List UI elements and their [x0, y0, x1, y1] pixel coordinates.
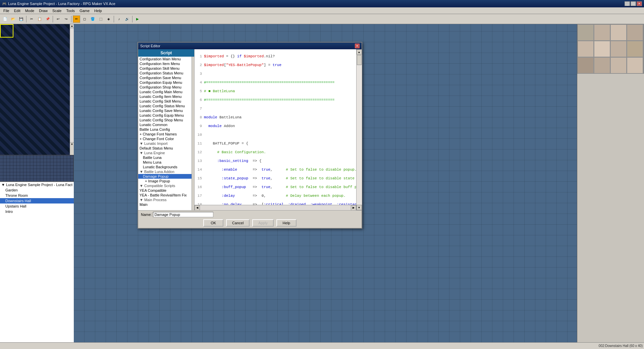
script-item-25-damage-popup[interactable]: Damage Popup	[138, 174, 192, 179]
toolbar-select[interactable]: ⬚	[97, 15, 104, 23]
toolbar-pencil[interactable]: ✏	[73, 15, 80, 23]
toolbar-play[interactable]: ▶	[134, 15, 141, 23]
script-item-6[interactable]: Configuration Shop Menu	[138, 85, 192, 90]
menu-file[interactable]: File	[1, 8, 11, 13]
script-item-27[interactable]: ▼ Compatible Scripts	[138, 183, 192, 188]
map-tree-expand-icon: ▼	[1, 183, 6, 187]
left-panel: ▲ ▼ ▼ Luna Engine Sample Project - Luna …	[0, 24, 74, 342]
script-item-10[interactable]: Lunatic Config Status Menu	[138, 104, 192, 108]
code-scroll-up[interactable]: ▲	[357, 49, 362, 55]
script-item-14[interactable]: Lunatic Common	[138, 122, 192, 127]
menu-scale[interactable]: Scale	[50, 8, 64, 13]
maximize-button[interactable]: □	[631, 1, 636, 6]
script-editor-titlebar: Script Editor ✕	[138, 43, 362, 49]
titlebar-left: 🎮 Luna Engine Sample Project - Luna Fact…	[2, 2, 115, 6]
toolbar-bucket[interactable]: 🪣	[89, 15, 96, 23]
toolbar-sep4	[114, 16, 114, 22]
script-item-29[interactable]: YEA - Battle Revival/Item Fix	[138, 193, 192, 197]
script-item-19[interactable]: Default Status Menu	[138, 146, 192, 151]
menu-edit[interactable]: Edit	[12, 8, 22, 13]
script-item-15[interactable]: Battle Luna Config	[138, 127, 192, 132]
script-item-8[interactable]: Lunatic Config Item Menu	[138, 94, 192, 99]
toolbar-sep3	[71, 16, 71, 22]
script-item-21[interactable]: Battle Luna	[138, 155, 192, 160]
script-item-2[interactable]: Configuration Skill Menu	[138, 66, 192, 71]
script-item-23[interactable]: Lunatic Backgrounds	[138, 165, 192, 169]
minimize-button[interactable]: _	[625, 1, 630, 6]
script-item-4[interactable]: Configuration Save Menu	[138, 75, 192, 80]
name-input[interactable]	[153, 212, 213, 217]
menu-mode[interactable]: Mode	[23, 8, 37, 13]
tile-scroll-down[interactable]: ▼	[70, 142, 74, 146]
code-scroll-left[interactable]: ◀	[195, 205, 200, 211]
script-editor-close-button[interactable]: ✕	[355, 44, 360, 48]
script-item-1[interactable]: Configuration Item Menu	[138, 61, 192, 66]
toolbar-sound[interactable]: 🔊	[123, 15, 131, 23]
titlebar-controls: _ □ ✕	[625, 1, 642, 6]
apply-button[interactable]: Apply	[252, 219, 274, 227]
script-item-9[interactable]: Lunatic Config Skill Menu	[138, 99, 192, 104]
statusbar: 002:Downstairs Hall (60 x 40)	[0, 342, 644, 349]
code-scroll-right[interactable]: ▶	[351, 205, 356, 211]
script-item-24[interactable]: ▼ Battle Luna Addon	[138, 169, 192, 174]
script-editor-body: Script Configuration Main Menu Configura…	[138, 49, 362, 210]
script-item-26[interactable]: + Image Popup	[138, 179, 192, 183]
name-row: Name:	[141, 212, 359, 217]
toolbar-eraser[interactable]: ◻	[81, 15, 88, 23]
script-list[interactable]: Configuration Main Menu Configuration It…	[138, 57, 192, 210]
tile-scroll-up[interactable]: ▲	[70, 24, 74, 28]
script-item-20[interactable]: ▼ Luna Engine	[138, 151, 192, 155]
toolbar-music[interactable]: ♪	[115, 15, 123, 23]
menu-help[interactable]: Help	[92, 8, 104, 13]
toolbar-save[interactable]: 💾	[17, 15, 25, 23]
menu-tools[interactable]: Tools	[64, 8, 77, 13]
dialog-buttons: OK Cancel Apply Help	[141, 219, 359, 227]
right-panel	[577, 24, 644, 342]
script-item-12[interactable]: Lunatic Config Equip Menu	[138, 113, 192, 118]
toolbar-sep5	[132, 16, 132, 22]
map-tree-item-throne[interactable]: Throne Room	[0, 193, 74, 198]
toolbar-undo[interactable]: ↩	[54, 15, 62, 23]
map-tree-item-downstairs[interactable]: Downstairs Hall	[0, 198, 74, 203]
code-editor[interactable]: 1$imported = {} if $imported.nil? 2$impo…	[195, 49, 356, 205]
close-button[interactable]: ✕	[637, 1, 642, 6]
code-vscroll[interactable]: ▲ ▼	[356, 49, 362, 210]
toolbar-redo[interactable]: ↪	[62, 15, 70, 23]
map-tree-item-intro[interactable]: Intro	[0, 209, 74, 214]
script-item-5[interactable]: Configuration Equip Menu	[138, 80, 192, 85]
script-editor-title: Script Editor	[140, 44, 160, 48]
code-scroll-down[interactable]: ▼	[357, 205, 362, 210]
toolbar-cut[interactable]: ✂	[28, 15, 35, 23]
map-tree-item-root[interactable]: ▼ Luna Engine Sample Project - Luna Fact	[0, 182, 74, 187]
code-scroll-thumb[interactable]	[357, 55, 362, 65]
script-item-0[interactable]: Configuration Main Menu	[138, 57, 192, 61]
script-item-17[interactable]: + Change Font Color	[138, 136, 192, 141]
script-item-16[interactable]: + Change Font Names	[138, 132, 192, 136]
toolbar-sep2	[53, 16, 53, 22]
script-item-3[interactable]: Configuration Status Menu	[138, 71, 192, 75]
toolbar-open[interactable]: 📂	[9, 15, 17, 23]
script-item-28[interactable]: YEA Compatible	[138, 188, 192, 193]
script-item-11[interactable]: Lunatic Config Save Menu	[138, 108, 192, 113]
script-item-18[interactable]: ▼ Lunatic Import	[138, 141, 192, 146]
toolbar-copy[interactable]: 📋	[36, 15, 43, 23]
script-item-31[interactable]: Main	[138, 202, 192, 207]
tile-palette: ▲ ▼	[0, 24, 74, 155]
code-hscroll[interactable]: ◀ ▶	[195, 205, 356, 210]
script-item-22[interactable]: Menu Luna	[138, 160, 192, 165]
script-item-7[interactable]: Lunatic Config Main Menu	[138, 90, 192, 94]
script-item-30[interactable]: ▼ Main Process	[138, 197, 192, 202]
cancel-button[interactable]: Cancel	[226, 219, 250, 227]
map-tree-item-upstairs[interactable]: Upstairs Hall	[0, 203, 74, 209]
script-item-13[interactable]: Lunatic Config Shop Menu	[138, 118, 192, 122]
toolbar-new[interactable]: 📄	[1, 15, 9, 23]
toolbar-paste[interactable]: 📌	[44, 15, 51, 23]
name-label: Name:	[141, 213, 152, 217]
toolbar-shadow[interactable]: ◈	[105, 15, 112, 23]
ok-button[interactable]: OK	[203, 219, 223, 227]
menu-game[interactable]: Game	[77, 8, 92, 13]
map-tree-item-garden[interactable]: Garden	[0, 187, 74, 193]
menu-draw[interactable]: Draw	[37, 8, 50, 13]
code-area: 1$imported = {} if $imported.nil? 2$impo…	[195, 49, 356, 210]
help-button[interactable]: Help	[276, 219, 297, 227]
